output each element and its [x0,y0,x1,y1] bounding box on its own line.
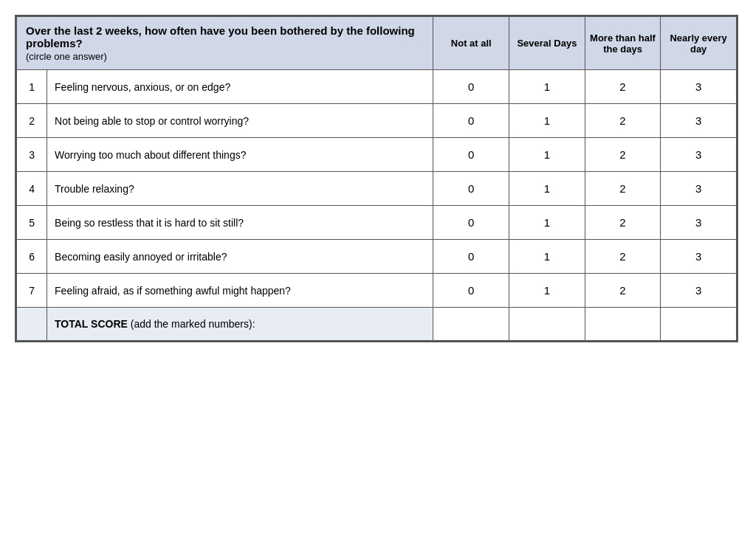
total-score-col1 [433,308,509,341]
score-0-row-5: 0 [433,206,509,240]
question-text-6: Becoming easily annoyed or irritable? [47,240,433,274]
score-2-row-7: 2 [585,274,661,308]
question-row-6: 6 Becoming easily annoyed or irritable? … [17,240,737,274]
score-1-row-6: 1 [509,240,585,274]
total-score-col4 [661,308,737,341]
score-0-row-6: 0 [433,240,509,274]
score-1-row-1: 1 [509,70,585,104]
score-3-row-4: 3 [661,172,737,206]
total-score-col3 [585,308,661,341]
question-row-4: 4 Trouble relaxing? 0 1 2 3 [17,172,737,206]
question-text-2: Not being able to stop or control worryi… [47,104,433,138]
question-row-3: 3 Worrying too much about different thin… [17,138,737,172]
question-text-5: Being so restless that it is hard to sit… [47,206,433,240]
question-number-4: 4 [17,172,47,206]
score-3-row-6: 3 [661,240,737,274]
question-text-4: Trouble relaxing? [47,172,433,206]
question-row-1: 1 Feeling nervous, anxious, or on edge? … [17,70,737,104]
score-1-row-5: 1 [509,206,585,240]
question-number-7: 7 [17,274,47,308]
score-2-row-4: 2 [585,172,661,206]
score-1-row-7: 1 [509,274,585,308]
score-0-row-1: 0 [433,70,509,104]
score-2-row-1: 2 [585,70,661,104]
question-number-1: 1 [17,70,47,104]
col-header-more-than-half: More than half the days [585,17,661,70]
total-empty-num [17,308,47,341]
question-number-2: 2 [17,104,47,138]
question-text-3: Worrying too much about different things… [47,138,433,172]
col-header-nearly-every-day: Nearly every day [661,17,737,70]
score-0-row-2: 0 [433,104,509,138]
questionnaire-table: Over the last 2 weeks, how often have yo… [15,15,738,342]
total-label: TOTAL SCORE (add the marked numbers): [47,308,433,341]
score-2-row-6: 2 [585,240,661,274]
score-3-row-2: 3 [661,104,737,138]
main-title: Over the last 2 weeks, how often have yo… [26,24,415,49]
score-1-row-4: 1 [509,172,585,206]
question-row-5: 5 Being so restless that it is hard to s… [17,206,737,240]
question-row-2: 2 Not being able to stop or control worr… [17,104,737,138]
question-number-6: 6 [17,240,47,274]
score-3-row-3: 3 [661,138,737,172]
score-1-row-2: 1 [509,104,585,138]
score-2-row-5: 2 [585,206,661,240]
question-text-1: Feeling nervous, anxious, or on edge? [47,70,433,104]
sub-title: (circle one answer) [26,51,107,62]
score-2-row-3: 2 [585,138,661,172]
main-header: Over the last 2 weeks, how often have yo… [17,17,433,70]
question-number-5: 5 [17,206,47,240]
score-0-row-3: 0 [433,138,509,172]
score-3-row-7: 3 [661,274,737,308]
col-header-several-days: Several Days [509,17,585,70]
total-row: TOTAL SCORE (add the marked numbers): [17,308,737,341]
col-header-not-at-all: Not at all [433,17,509,70]
score-0-row-7: 0 [433,274,509,308]
score-1-row-3: 1 [509,138,585,172]
question-text-7: Feeling afraid, as if something awful mi… [47,274,433,308]
question-number-3: 3 [17,138,47,172]
score-2-row-2: 2 [585,104,661,138]
score-0-row-4: 0 [433,172,509,206]
score-3-row-1: 3 [661,70,737,104]
total-score-col2 [509,308,585,341]
question-row-7: 7 Feeling afraid, as if something awful … [17,274,737,308]
score-3-row-5: 3 [661,206,737,240]
